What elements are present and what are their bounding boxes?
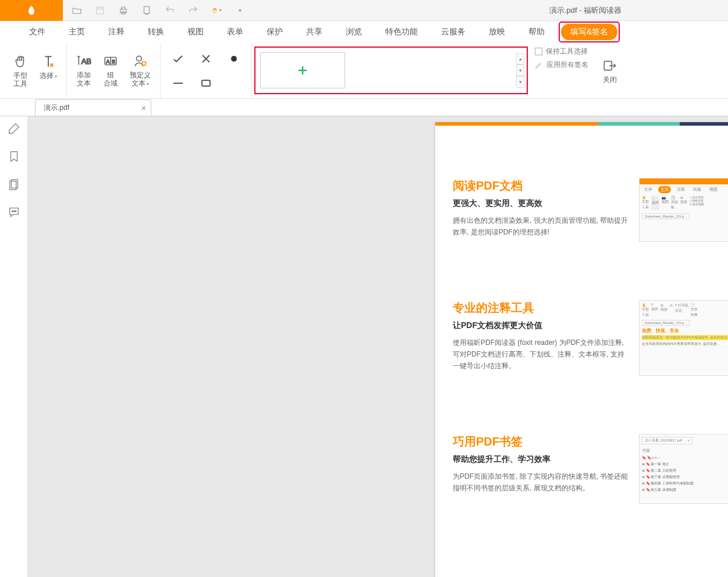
tab-share[interactable]: 共享 (294, 21, 334, 43)
svg-rect-0 (97, 7, 104, 14)
section-thumbnail: 员工手册_20120917.pdf × 书签 🔖 🔖 A A ⋯ ⊞ 🔖 第一章… (639, 434, 728, 504)
ribbon: 手型 工具 选择▾ AB 添加 文本 AB 组 合域 预定义 文本▾ (0, 43, 728, 99)
cross-tool-icon[interactable] (199, 52, 213, 66)
section-body: 拥有出色的文档渲染效果, 强大的页面管理功能, 帮助提升效率, 是您阅读PDF的… (453, 215, 631, 238)
tab-home[interactable]: 主页 (57, 21, 97, 43)
rect-tool-icon[interactable] (199, 76, 213, 90)
snapshot-icon[interactable] (141, 5, 152, 16)
bookmark-icon[interactable] (8, 150, 20, 163)
section-title: 巧用PDF书签 (453, 434, 631, 450)
add-signature-button[interactable] (260, 52, 345, 88)
close-tab-icon[interactable]: × (141, 104, 146, 113)
tab-view[interactable]: 视图 (176, 21, 215, 43)
combine-field-button[interactable]: AB 组 合域 (100, 51, 122, 91)
svg-point-10 (142, 62, 146, 66)
combine-field-icon: AB (103, 54, 118, 69)
section-thumbnail: 文件 主页 注释 转换 视图 ✋手型工具⬚选择📷截图📋剪贴板⊕缩放 □ 适合页面… (639, 178, 728, 242)
keep-tool-checkbox[interactable]: 保持工具选择 (535, 47, 588, 56)
svg-point-17 (13, 211, 15, 212)
document-view[interactable]: 阅读PDF文档 更强大、更实用、更高效 拥有出色的文档渲染效果, 强大的页面管理… (28, 116, 728, 577)
svg-point-18 (15, 211, 16, 212)
tab-help[interactable]: 帮助 (517, 21, 556, 43)
tab-file[interactable]: 文件 (17, 21, 57, 43)
pdf-page: 阅读PDF文档 更强大、更实用、更高效 拥有出色的文档渲染效果, 强大的页面管理… (435, 122, 728, 577)
section-bookmark: 巧用PDF书签 帮助您提升工作、学习效率 为PDF页面添加书签, 除了实现内容的… (435, 416, 728, 504)
eraser-icon[interactable] (8, 122, 20, 135)
svg-point-9 (137, 56, 142, 61)
section-read: 阅读PDF文档 更强大、更实用、更高效 拥有出色的文档渲染效果, 强大的页面管理… (435, 161, 728, 242)
line-tool-icon[interactable] (171, 76, 185, 90)
tab-fill-sign[interactable]: 填写&签名 (561, 24, 617, 40)
close-ribbon-button[interactable]: 关闭 (599, 56, 621, 86)
qat-more-icon[interactable]: ▾ (235, 5, 245, 16)
svg-text:B: B (112, 59, 115, 65)
document-tab[interactable]: 演示.pdf × (35, 99, 151, 116)
signature-options: 保持工具选择 应用所有签名 (530, 43, 593, 98)
pages-icon[interactable] (8, 178, 20, 191)
section-subtitle: 帮助您提升工作、学习效率 (453, 454, 631, 465)
menu-bar: 文件 主页 注释 转换 视图 表单 保护 共享 浏览 特色功能 云服务 放映 帮… (0, 21, 728, 43)
section-title: 专业的注释工具 (453, 300, 631, 316)
section-title: 阅读PDF文档 (453, 178, 631, 194)
tab-feature[interactable]: 特色功能 (374, 21, 429, 43)
signature-gallery-highlight: ▴ ▾ ▾ (254, 47, 528, 94)
hand-dropdown-icon[interactable]: ▾ (211, 5, 222, 16)
select-text-icon (41, 54, 56, 69)
tab-browse[interactable]: 浏览 (334, 21, 374, 43)
svg-rect-12 (202, 80, 210, 86)
add-text-icon: AB (76, 54, 91, 69)
close-exit-icon (602, 58, 617, 73)
comment-icon[interactable] (8, 206, 20, 219)
svg-point-16 (12, 211, 13, 212)
sidebar (0, 116, 28, 577)
tab-present[interactable]: 放映 (477, 21, 517, 43)
svg-rect-1 (120, 9, 127, 12)
svg-rect-2 (122, 7, 125, 9)
quick-access-toolbar: ▾ ▾ (63, 5, 245, 16)
tab-cloud[interactable]: 云服务 (429, 21, 477, 43)
predefined-text-button[interactable]: 预定义 文本▾ (126, 51, 154, 91)
apply-all-button[interactable]: 应用所有签名 (535, 60, 588, 70)
hand-tool-button[interactable]: 手型 工具 (9, 52, 31, 90)
section-subtitle: 更强大、更实用、更高效 (453, 198, 631, 209)
select-tool-button[interactable]: 选择▾ (36, 52, 61, 90)
pen-icon (535, 61, 543, 69)
tab-comment[interactable]: 注释 (97, 21, 136, 43)
scroll-more-icon[interactable]: ▾ (516, 76, 524, 88)
section-body: 为PDF页面添加书签, 除了实现内容的快速导航, 书签还能指明不同书签的层级关系… (453, 471, 631, 494)
plus-icon (296, 63, 310, 77)
undo-icon[interactable] (165, 5, 175, 16)
foxit-logo-icon (26, 5, 37, 16)
predefined-text-icon (133, 54, 148, 69)
add-text-button[interactable]: AB 添加 文本 (73, 51, 95, 91)
save-icon[interactable] (95, 5, 105, 16)
section-thumbnail: ✋手型工具T选择⊕缩放⊖T 打字机高亮📄文件转换 Datasheet_Reade… (639, 300, 728, 376)
window-title: 演示.pdf - 福昕阅读器 (245, 5, 728, 16)
svg-text:A: A (106, 59, 109, 65)
hand-icon (13, 54, 28, 69)
svg-point-11 (231, 56, 237, 62)
section-subtitle: 让PDF文档发挥更大价值 (453, 320, 631, 331)
svg-text:AB: AB (81, 57, 91, 66)
title-bar: ▾ ▾ 演示.pdf - 福昕阅读器 (0, 0, 728, 21)
dot-tool-icon[interactable] (227, 52, 241, 66)
section-annotate: 专业的注释工具 让PDF文档发挥更大价值 使用福昕PDF阅读器 (foxit r… (435, 283, 728, 376)
tab-form[interactable]: 表单 (215, 21, 255, 43)
print-icon[interactable] (118, 5, 129, 16)
document-tab-strip: 演示.pdf × (0, 99, 728, 116)
checkmark-tool-icon[interactable] (171, 52, 185, 66)
scroll-up-icon[interactable]: ▴ (516, 53, 524, 65)
section-body: 使用福昕PDF阅读器 (foxit reader) 为PDF文件添加注释, 可对… (453, 337, 631, 372)
scroll-down-icon[interactable]: ▾ (516, 65, 524, 76)
main-area: ▶ 阅读PDF文档 更强大、更实用、更高效 拥有出色的文档渲染效果, 强大的页面… (0, 116, 728, 577)
open-icon[interactable] (72, 5, 82, 16)
redo-icon[interactable] (188, 5, 198, 16)
app-logo (0, 0, 63, 21)
highlight-box-active-tab: 填写&签名 (559, 22, 620, 42)
svg-rect-4 (144, 6, 150, 13)
gallery-scroll: ▴ ▾ ▾ (516, 53, 524, 88)
tab-convert[interactable]: 转换 (136, 21, 176, 43)
tab-protect[interactable]: 保护 (255, 21, 294, 43)
